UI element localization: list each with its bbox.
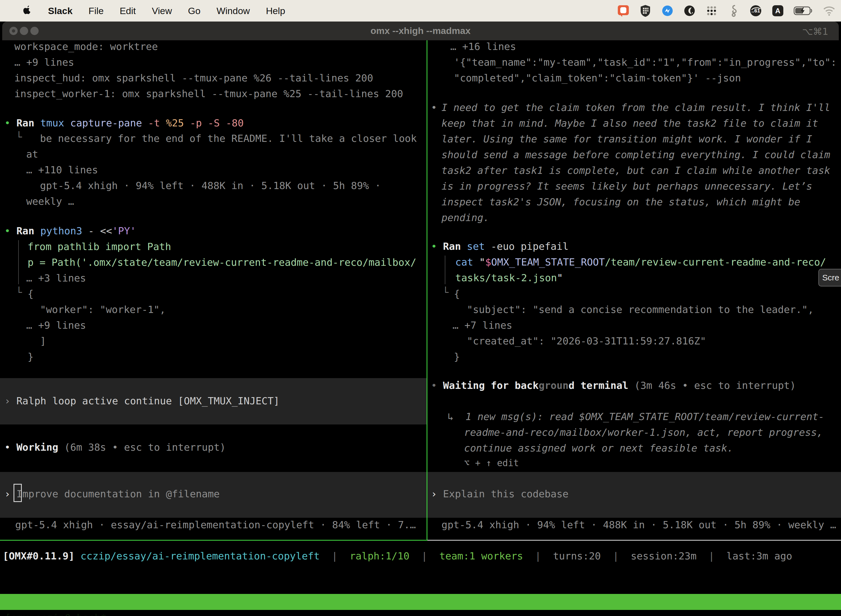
omx-version: [OMX#0.11.9] — [3, 550, 75, 562]
terminal-line: "completed","claim_token":"claim-token"}… — [454, 70, 741, 86]
chat-app-icon[interactable] — [617, 4, 630, 17]
battery-icon[interactable] — [794, 4, 813, 17]
mailbox-message: continue assigned work or next feasible … — [464, 440, 733, 456]
terminal-line: '{"team_name":"my-team","task_id":"1","f… — [454, 54, 837, 70]
omx-team: team:1 workers — [439, 550, 523, 562]
output-connector-line — [18, 240, 19, 284]
omx-status-line: [OMX#0.11.9] cczip/essay/ai-reimplementa… — [3, 548, 792, 564]
wifi-icon[interactable] — [823, 4, 835, 17]
text-cursor — [13, 484, 22, 502]
bullet-icon: • — [431, 380, 437, 391]
mailbox-message: readme-and-reco/mailbox/worker-1.json, a… — [464, 424, 823, 440]
terminal-line: "subject": "send a concise recommendatio… — [467, 302, 814, 317]
thinking-line: pending. — [441, 210, 489, 226]
prompt-placeholder: Explain this codebase — [443, 488, 568, 500]
terminal-line: "created_at": "2026-03-31T11:59:27.816Z" — [467, 333, 706, 349]
terminal-line: { — [454, 286, 460, 302]
code-line: from pathlib import Path — [28, 239, 171, 254]
terminal-line: gpt-5.4 xhigh · 94% left · 488K in · 5.1… — [40, 178, 381, 194]
thinking-line: task2 after task1 is complete, but can I… — [441, 163, 830, 178]
terminal-line: weekly … — [26, 194, 74, 209]
window-shortcut-badge: ⌥⌘1 — [802, 26, 828, 37]
bullet-icon: • — [431, 100, 437, 115]
left-prompt-input[interactable]: › Improve documentation in @filename — [4, 486, 220, 502]
left-session-status: gpt-5.4 xhigh · essay/ai-reimplementatio… — [15, 517, 416, 532]
tmux-status-bar: [omx-cczip0:bash* "MacBook-Pro-44.local"… — [0, 594, 841, 610]
prompt-placeholder: Improve documentation in @filename — [16, 488, 220, 500]
output-corner: └ — [16, 129, 22, 145]
cat-command-line2: tasks/task-2.json" — [455, 270, 563, 286]
window-title-bar: omx --xhigh --madmax ⌥⌘1 — [2, 22, 839, 40]
menu-bar: Slack File Edit View Go Window Help ..61 — [0, 0, 841, 22]
tmux-pane-divider[interactable] — [426, 40, 428, 540]
apple-menu-icon[interactable] — [23, 5, 32, 16]
tmux-session-name: [omx-cczip0:bash* — [5, 610, 107, 616]
mailbox-message: ↳ 1 new msg(s): read $OMX_TEAM_STATE_ROO… — [448, 409, 824, 424]
omx-ralph: ralph:1/10 — [350, 550, 409, 562]
shield-grid-icon[interactable] — [639, 4, 652, 17]
terminal-line: inspect_worker-1: omx sparkshell --tmux-… — [14, 86, 403, 101]
output-corner: └ — [442, 285, 448, 300]
crescent-icon[interactable] — [683, 4, 696, 17]
omx-turns: turns:20 — [553, 550, 601, 562]
output-connector-line — [445, 255, 445, 284]
terminal-line: { — [28, 286, 34, 302]
right-pane-border — [428, 540, 841, 541]
thinking-line: keep that in mind. Maybe I also need the… — [441, 115, 818, 131]
badge-61-text: ..61 — [751, 8, 760, 14]
blue-badge-icon[interactable] — [661, 4, 674, 17]
screen-tooltip: Scre — [818, 269, 841, 286]
left-pane-border — [0, 540, 428, 541]
terminal-line: } — [454, 349, 460, 365]
terminal-line: be necessary for the end of the README. … — [40, 131, 417, 146]
thinking-line: is in progress? It seems likely but perh… — [441, 178, 812, 194]
omx-repo: cczip/essay/ai-reimplementation-copyleft — [81, 550, 320, 562]
thinking-line: inspect task2's JSON, focusing on the st… — [441, 194, 800, 210]
terminal-line: workspace_mode: worktree — [14, 39, 158, 54]
omx-last: last:3m ago — [727, 550, 792, 562]
bullet-icon: • — [4, 117, 10, 129]
terminal-line: } — [28, 349, 34, 365]
terminal-line: at — [26, 146, 38, 162]
menu-item-go[interactable]: Go — [188, 6, 200, 16]
terminal-line: … +16 lines — [450, 39, 516, 54]
terminal-line: "worker": "worker-1", — [40, 302, 166, 317]
arrow-icon: ↳ — [448, 411, 454, 422]
menu-item-help[interactable]: Help — [266, 6, 285, 16]
omx-session: session:23m — [631, 550, 696, 562]
cat-command-line: cat "$OMX_TEAM_STATE_ROOT/team/review-cu… — [455, 254, 826, 270]
chevron-icon: › — [4, 395, 10, 406]
thinking-line: later. Using the same for transition mig… — [441, 131, 812, 147]
ralph-loop-status: › Ralph loop active continue [OMX_TMUX_I… — [4, 393, 280, 409]
bullet-icon: • — [4, 225, 10, 236]
ran-set-command: • Ran set -euo pipefail — [431, 238, 568, 254]
terminal-line: inspect_hud: omx sparkshell --tmux-pane … — [14, 70, 373, 86]
waiting-status: • Waiting for background terminal (3m 46… — [431, 378, 796, 393]
terminal-line: ] — [40, 333, 46, 349]
ran-python-command: • Ran python3 - <<'PY' — [4, 223, 136, 239]
input-source-letter: A — [775, 7, 781, 15]
menu-item-edit[interactable]: Edit — [120, 6, 136, 16]
terminal: workspace_mode: worktree … +9 lines insp… — [0, 40, 841, 540]
menu-item-window[interactable]: Window — [217, 6, 250, 16]
right-prompt-input[interactable]: › Explain this codebase — [431, 486, 568, 502]
menu-app-name[interactable]: Slack — [48, 6, 73, 16]
ran-tmux-command: • Ran tmux capture-pane -t %25 -p -S -80 — [4, 115, 244, 131]
thinking-line: I need to get the claim token from the c… — [441, 100, 830, 115]
badge-61-icon[interactable]: ..61 — [749, 4, 762, 17]
code-line: p = Path('.omx/state/team/review-current… — [28, 254, 416, 270]
window-title: omx --xhigh --madmax — [2, 25, 839, 36]
right-session-status: gpt-5.4 xhigh · 94% left · 488K in · 5.1… — [441, 517, 836, 532]
terminal-line: … +110 lines — [26, 162, 98, 178]
dots-grid-icon[interactable] — [705, 4, 718, 17]
menu-item-view[interactable]: View — [152, 6, 172, 16]
menu-item-file[interactable]: File — [89, 6, 104, 16]
prompt-chevron-icon: › — [4, 488, 10, 500]
input-source-icon[interactable]: A — [771, 4, 784, 17]
terminal-line: … +9 lines — [14, 54, 74, 70]
output-corner: └ — [16, 285, 22, 300]
bullet-icon: • — [4, 441, 10, 453]
terminal-line: … +7 lines — [453, 317, 512, 333]
terminal-line: … +9 lines — [26, 317, 86, 333]
squiggle-icon[interactable] — [727, 4, 740, 17]
